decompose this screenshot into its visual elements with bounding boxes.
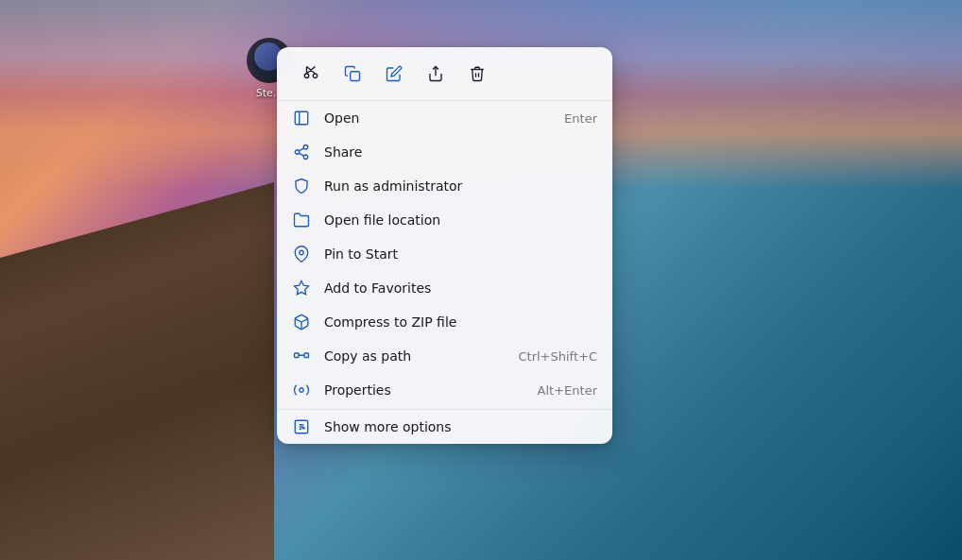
svg-rect-18 — [304, 353, 309, 358]
svg-point-12 — [300, 250, 304, 255]
open-location-label: Open file location — [324, 212, 597, 228]
properties-label: Properties — [324, 382, 524, 398]
cut-button[interactable] — [292, 57, 330, 91]
add-favorites-label: Add to Favorites — [324, 280, 597, 296]
menu-item-show-more[interactable]: Show more options — [277, 409, 612, 444]
svg-line-10 — [299, 153, 303, 156]
run-admin-icon — [292, 177, 311, 195]
svg-line-16 — [295, 319, 301, 322]
svg-point-8 — [295, 150, 300, 155]
svg-marker-13 — [295, 281, 309, 295]
svg-rect-3 — [351, 72, 360, 81]
svg-rect-5 — [295, 111, 308, 125]
svg-point-7 — [303, 145, 308, 150]
svg-rect-17 — [295, 353, 300, 358]
menu-item-open[interactable]: Open Enter — [277, 101, 612, 135]
show-more-label: Show more options — [324, 419, 597, 434]
context-menu-toolbar — [277, 47, 612, 101]
copy-path-label: Copy as path — [324, 348, 505, 364]
path-icon — [292, 347, 311, 365]
svg-point-2 — [260, 62, 266, 68]
menu-item-copy-path[interactable]: Copy as path Ctrl+Shift+C — [277, 339, 612, 373]
copy-path-shortcut: Ctrl+Shift+C — [518, 349, 597, 364]
copy-button[interactable] — [334, 57, 371, 91]
svg-point-9 — [303, 155, 308, 160]
menu-item-compress-zip[interactable]: Compress to ZIP file — [277, 305, 612, 339]
menu-item-open-location[interactable]: Open file location — [277, 203, 612, 237]
share-label: Share — [324, 144, 584, 160]
svg-line-15 — [301, 319, 308, 322]
menu-item-properties[interactable]: Properties Alt+Enter — [277, 373, 612, 407]
zip-icon — [292, 313, 311, 331]
rename-button[interactable] — [375, 57, 413, 91]
compress-zip-label: Compress to ZIP file — [324, 314, 597, 330]
properties-shortcut: Alt+Enter — [538, 383, 597, 398]
share-icon — [292, 143, 311, 161]
open-label: Open — [324, 110, 551, 126]
pin-start-label: Pin to Start — [324, 246, 597, 262]
open-icon — [292, 109, 311, 127]
star-icon — [292, 279, 311, 297]
run-admin-label: Run as administrator — [324, 178, 597, 194]
delete-button[interactable] — [458, 57, 496, 91]
pin-icon — [292, 245, 311, 263]
open-shortcut: Enter — [564, 111, 597, 126]
context-menu: Open Enter Share Run as administrator — [277, 47, 612, 444]
more-icon — [292, 417, 311, 436]
menu-item-run-admin[interactable]: Run as administrator — [277, 169, 612, 203]
menu-item-add-favorites[interactable]: Add to Favorites — [277, 271, 612, 305]
svg-point-20 — [300, 388, 304, 393]
menu-item-share[interactable]: Share — [277, 135, 612, 169]
properties-icon — [292, 381, 311, 399]
svg-line-11 — [299, 148, 303, 151]
share-toolbar-button[interactable] — [417, 57, 455, 91]
svg-point-1 — [260, 51, 279, 70]
menu-item-pin-start[interactable]: Pin to Start — [277, 237, 612, 271]
folder-icon — [292, 211, 311, 229]
